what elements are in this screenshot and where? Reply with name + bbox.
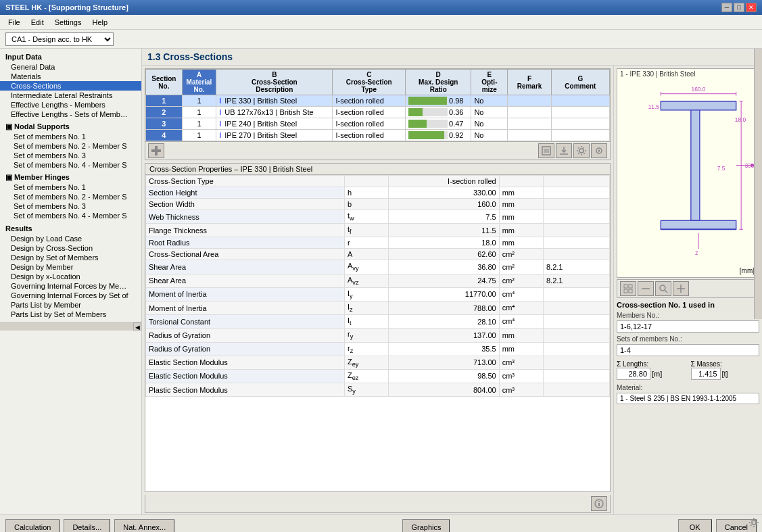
table-row[interactable]: 2 1 I UB 127x76x13 | British Ste I-secti… — [146, 107, 610, 118]
prop-name-height: Section Height — [146, 187, 345, 199]
right-scrollbar[interactable] — [754, 66, 762, 319]
sidebar-gov-forces-member[interactable]: Governing Internal Forces by Membe — [0, 281, 141, 291]
prop-sym-gyration-y: ry — [345, 329, 389, 342]
length-value: 28.80 — [617, 368, 650, 380]
sidebar-nodal-4[interactable]: Set of members No. 4 - Member S — [0, 160, 141, 170]
sidebar-hinge-4[interactable]: Set of members No. 4 - Member S — [0, 211, 141, 220]
prop-unit-plastic-y: cm³ — [499, 383, 543, 397]
right-panel: 1 - IPE 330 | British Steel — [613, 66, 762, 514]
sidebar-design-load-case[interactable]: Design by Load Case — [0, 234, 141, 243]
sidebar-eff-lengths-members[interactable]: Effective Lengths - Members — [0, 100, 141, 110]
sidebar-hinge-1[interactable]: Set of members No. 1 — [0, 183, 141, 192]
menu-edit[interactable]: Edit — [26, 17, 49, 28]
svg-rect-35 — [629, 289, 632, 293]
material-value: 1 - Steel S 235 | BS EN 1993-1-1:2005 — [617, 393, 759, 404]
prop-sym-width: b — [345, 199, 389, 210]
settings-button[interactable] — [573, 143, 590, 158]
prop-unit-gyration-z: mm — [499, 342, 543, 356]
sidebar-parts-list-member[interactable]: Parts List by Member — [0, 300, 141, 310]
design-case-dropdown[interactable]: CA1 - Design acc. to HK — [5, 32, 114, 46]
prop-name-elastic-y: Elastic Section Modulus — [146, 356, 345, 369]
close-button[interactable]: ✕ — [746, 3, 757, 12]
prop-unit-inertia-z: cm⁴ — [499, 301, 543, 314]
zoom-search-button[interactable] — [655, 281, 671, 296]
table-row[interactable]: 4 1 I IPE 270 | British Steel I-section … — [146, 130, 610, 141]
title-bar: STEEL HK - [Supporting Structure] ─ □ ✕ — [0, 0, 762, 15]
prop-sym-area: A — [345, 249, 389, 260]
menu-settings[interactable]: Settings — [49, 17, 87, 28]
prop-unit-web: mm — [499, 210, 543, 224]
input-data-label: Input Data — [0, 51, 141, 62]
cell-desc-4: I IPE 270 | British Steel — [216, 130, 333, 141]
prop-row-shear-z: Shear Area Avz 24.75 cm² 8.2.1 — [146, 274, 610, 287]
table-row[interactable]: 1 1 I IPE 330 | British Steel I-section … — [146, 95, 610, 107]
zoom-in-button[interactable] — [638, 281, 654, 296]
zoom-fit-button[interactable] — [620, 281, 636, 296]
maximize-button[interactable]: □ — [734, 3, 744, 12]
graphics-button[interactable]: Graphics — [402, 519, 450, 533]
menu-help[interactable]: Help — [87, 17, 113, 28]
details-button[interactable]: Details... — [64, 519, 110, 533]
cell-optimize-2: No — [471, 107, 508, 118]
sidebar-gov-forces-set[interactable]: Governing Internal Forces by Set of — [0, 291, 141, 300]
add-section-button[interactable] — [148, 143, 164, 158]
props-scroll[interactable]: Cross-Section Type I-section rolled Sect… — [145, 175, 610, 491]
nodal-supports-group[interactable]: ▣ Nodal Supports — [0, 122, 141, 132]
props-info-button[interactable] — [591, 496, 607, 511]
col-e-header: EOpti-mize — [471, 70, 508, 95]
sidebar-design-member[interactable]: Design by Member — [0, 262, 141, 272]
sidebar-hinge-2[interactable]: Set of members No. 2 - Member S — [0, 192, 141, 201]
cell-ratio-2: 0.36 — [406, 107, 471, 118]
svg-point-10 — [598, 501, 600, 502]
sidebar-nodal-3[interactable]: Set of members No. 3 — [0, 151, 141, 160]
cell-ratio-3: 0.47 — [406, 118, 471, 130]
cell-comment-2 — [551, 107, 609, 118]
prop-unit-elastic-y: cm³ — [499, 356, 543, 369]
members-label: Members No.: — [617, 312, 759, 319]
action-bar-center: Graphics — [402, 519, 450, 533]
prop-name-root: Root Radius — [146, 237, 345, 249]
import-button[interactable] — [556, 143, 572, 158]
prop-val-type: I-section rolled — [389, 176, 499, 187]
col-c-header: CCross-SectionType — [333, 70, 406, 95]
sidebar-materials[interactable]: Materials — [0, 72, 141, 81]
settings-icon-bottom[interactable] — [748, 517, 759, 529]
sum-masses-label: Σ Masses: — [691, 360, 760, 368]
cell-ratio-4: 0.92 — [406, 130, 471, 141]
sidebar-general-data[interactable]: General Data — [0, 62, 141, 72]
prop-sym-inertia-z: Iz — [345, 301, 389, 314]
table-row[interactable]: 3 1 I IPE 240 | British Steel I-section … — [146, 118, 610, 130]
member-hinges-group[interactable]: ▣ Member Hinges — [0, 172, 141, 183]
zoom-out-button[interactable] — [673, 281, 689, 296]
view-button[interactable] — [591, 143, 607, 158]
prop-unit-area: cm² — [499, 249, 543, 260]
title-text: STEEL HK - [Supporting Structure] — [5, 3, 128, 11]
sidebar-eff-lengths-sets[interactable]: Effective Lengths - Sets of Members — [0, 110, 141, 119]
sidebar-hinge-3[interactable]: Set of members No. 3 — [0, 201, 141, 211]
sidebar-nodal-1[interactable]: Set of members No. 1 — [0, 132, 141, 141]
minimize-button[interactable]: ─ — [721, 3, 732, 12]
sidebar-design-set-members[interactable]: Design by Set of Members — [0, 253, 141, 262]
sidebar-design-x-location[interactable]: Design by x-Location — [0, 272, 141, 281]
calculation-button[interactable]: Calculation — [5, 519, 59, 533]
sidebar-parts-list-set[interactable]: Parts List by Set of Members — [0, 310, 141, 319]
cell-desc-1: I IPE 330 | British Steel — [216, 95, 333, 107]
title-controls: ─ □ ✕ — [721, 3, 757, 12]
sidebar-nodal-2[interactable]: Set of members No. 2 - Member S — [0, 141, 141, 151]
nat-annex-button[interactable]: Nat. Annex... — [114, 519, 174, 533]
action-bar: Calculation Details... Nat. Annex... Gra… — [0, 514, 762, 532]
prop-ref-web — [543, 210, 609, 224]
cell-comment-1 — [551, 95, 609, 107]
prop-val-gyration-z: 35.5 — [389, 342, 499, 356]
svg-rect-12 — [661, 101, 736, 110]
export-button[interactable] — [538, 143, 554, 158]
prop-sym-web: tw — [345, 210, 389, 224]
sidebar-lateral-restraints[interactable]: Intermediate Lateral Restraints — [0, 91, 141, 100]
ok-button[interactable]: OK — [678, 519, 712, 533]
cross-sections-table: SectionNo. AMaterialNo. BCross-SectionDe… — [145, 69, 610, 141]
sidebar-cross-sections[interactable]: Cross-Sections — [0, 81, 141, 91]
sidebar-design-cross-section[interactable]: Design by Cross-Section — [0, 243, 141, 253]
menu-file[interactable]: File — [3, 17, 26, 28]
prop-ref-type — [543, 176, 609, 187]
prop-sym-elastic-y: Zey — [345, 356, 389, 369]
